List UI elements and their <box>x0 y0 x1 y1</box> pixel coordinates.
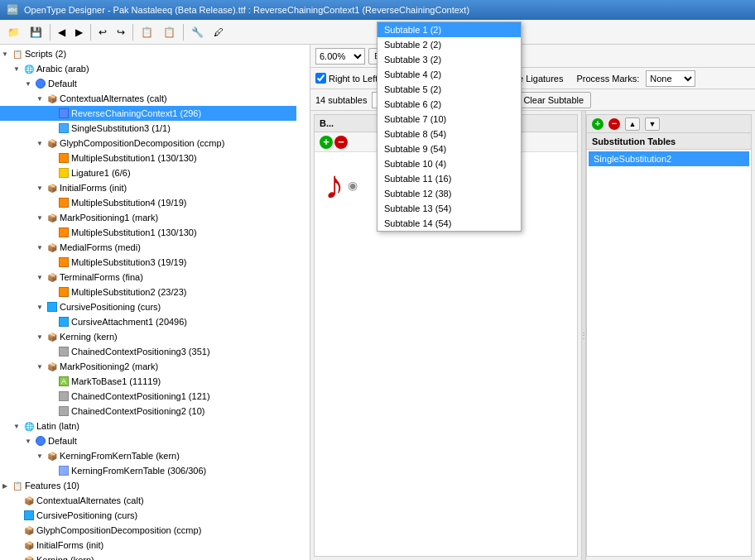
expand-icon[interactable] <box>12 555 22 560</box>
move-down-button[interactable]: ▼ <box>645 117 660 131</box>
tree-item[interactable]: ChainedContextPositioning3 (351) <box>0 344 296 359</box>
expand-icon[interactable]: ▼ <box>35 451 45 461</box>
dropdown-item[interactable]: Subtable 7 (10) <box>378 112 521 127</box>
tree-item[interactable]: MultipleSubstitution1 (130/130) <box>0 225 296 240</box>
remove-subst-button[interactable]: − <box>608 118 620 130</box>
expand-icon[interactable] <box>12 540 22 550</box>
expand-icon[interactable]: ▼ <box>35 213 45 223</box>
dropdown-item[interactable]: Subtable 4 (2) <box>378 67 521 82</box>
dropdown-item[interactable]: Subtable 8 (54) <box>378 127 521 141</box>
dropdown-item[interactable]: Subtable 12 (38) <box>378 186 521 201</box>
expand-icon[interactable] <box>46 227 56 237</box>
move-up-button[interactable]: ▲ <box>625 117 640 131</box>
right-to-left-label[interactable]: Right to Left <box>315 73 378 84</box>
expand-icon[interactable]: ▼ <box>35 332 45 342</box>
tree-item[interactable]: SingleSubstitution3 (1/1) <box>0 121 296 136</box>
tree-item[interactable]: MultipleSubstitution3 (19/19) <box>0 255 296 270</box>
tree-item[interactable]: ▼ 📋 Scripts (2) <box>0 46 296 61</box>
tree-item[interactable]: MultipleSubstitution1 (130/130) <box>0 151 296 165</box>
tree-item[interactable]: ▼ 🌐 Arabic (arab) <box>0 61 296 76</box>
expand-icon[interactable]: ▼ <box>0 49 10 59</box>
tree-item[interactable]: 📦 GlyphCompositionDecomposition (ccmp) <box>0 523 296 538</box>
tree-item[interactable]: ▼ 📦 MedialForms (medi) <box>0 240 296 255</box>
expand-icon[interactable]: ▼ <box>23 79 33 89</box>
expand-icon[interactable]: ▼ <box>12 64 22 74</box>
expand-icon[interactable] <box>46 108 56 118</box>
add-button[interactable]: + <box>320 136 333 149</box>
expand-icon[interactable] <box>46 317 56 327</box>
tree-item[interactable]: ▼ 📦 MarkPositioning1 (mark) <box>0 210 296 225</box>
toolbar-settings[interactable]: 🔧 <box>187 24 208 41</box>
clear-subtable-button[interactable]: Clear Subtable <box>516 92 591 108</box>
tree-item[interactable]: ▼ 📦 TerminalForms (fina) <box>0 270 296 285</box>
toolbar-redo[interactable]: ↪ <box>113 24 129 41</box>
toolbar-wand[interactable]: 🖊 <box>209 24 228 41</box>
dropdown-item[interactable]: Subtable 5 (2) <box>378 82 521 97</box>
expand-icon[interactable]: ▼ <box>35 93 45 103</box>
dropdown-item[interactable]: Subtable 6 (2) <box>378 97 521 112</box>
toolbar-new[interactable]: 📁 <box>3 24 24 41</box>
zoom-select[interactable]: 6.00% 12.00% 25% 50% 100% <box>315 48 365 65</box>
expand-icon[interactable] <box>46 287 56 297</box>
dropdown-item[interactable]: Subtable 10 (4) <box>378 156 521 171</box>
tree-item[interactable]: ▼ 📦 KerningFromKernTable (kern) <box>0 448 296 463</box>
toolbar-copy[interactable]: 📋 <box>137 24 157 41</box>
expand-icon[interactable] <box>46 257 56 267</box>
tree-item[interactable]: ▼ 📦 InitialForms (init) <box>0 180 296 195</box>
tree-item[interactable]: 📦 Kerning (kern) <box>0 553 296 560</box>
tree-item[interactable]: ▼ 📦 ContextualAlternates (calt) <box>0 91 296 106</box>
tree-item[interactable]: ReverseChainingContext1 (296) <box>0 106 296 121</box>
toolbar-back[interactable]: ◀ <box>54 24 70 41</box>
expand-icon[interactable]: ▼ <box>35 242 45 252</box>
expand-icon[interactable] <box>46 347 56 357</box>
tree-item[interactable]: CursiveAttachment1 (20496) <box>0 314 296 329</box>
expand-icon[interactable] <box>46 406 56 416</box>
expand-icon[interactable]: ▶ <box>0 481 10 491</box>
expand-icon[interactable] <box>12 495 22 505</box>
expand-icon[interactable] <box>46 376 56 386</box>
expand-icon[interactable]: ▼ <box>35 361 45 371</box>
process-marks-select[interactable]: None All Mark Filter Set <box>646 70 695 87</box>
tree-item[interactable]: CursivePositioning (curs) <box>0 508 296 523</box>
dropdown-item[interactable]: Subtable 3 (2) <box>378 52 521 67</box>
dropdown-item[interactable]: Subtable 9 (54) <box>378 141 521 156</box>
tree-item[interactable]: 📦 ContextualAlternates (calt) <box>0 493 296 508</box>
tree-item[interactable]: ▼ Default <box>0 433 296 448</box>
remove-button[interactable]: − <box>334 136 348 149</box>
expand-icon[interactable]: ▼ <box>35 183 45 193</box>
toolbar-forward[interactable]: ▶ <box>71 24 87 41</box>
toolbar-refresh[interactable]: ↩ <box>94 24 111 41</box>
expand-icon[interactable] <box>46 168 56 178</box>
dropdown-item[interactable]: Subtable 13 (54) <box>378 201 521 216</box>
toolbar-save[interactable]: 💾 <box>26 24 46 41</box>
tree-item[interactable]: ▼ 📦 Kerning (kern) <box>0 329 296 344</box>
expand-icon[interactable] <box>46 153 56 163</box>
right-to-left-checkbox[interactable] <box>315 73 326 84</box>
expand-icon[interactable] <box>12 525 22 535</box>
dropdown-item[interactable]: Subtable 2 (2) <box>378 45 521 52</box>
tree-item[interactable]: KerningFromKernTable (306/306) <box>0 463 296 478</box>
tree-item[interactable]: ▼ 🌐 Latin (latn) <box>0 419 296 433</box>
expand-icon[interactable]: ▼ <box>35 138 45 148</box>
expand-icon[interactable]: ▼ <box>23 436 33 446</box>
tree-item[interactable]: 📦 InitialForms (init) <box>0 538 296 553</box>
tree-item[interactable]: ▼ 📦 MarkPositioning2 (mark) <box>0 359 296 374</box>
tree-item[interactable]: ChainedContextPositioning2 (10) <box>0 404 296 419</box>
tree-item[interactable]: ▼ 📦 GlyphCompositionDecomposition (ccmp) <box>0 136 296 151</box>
toolbar-paste[interactable]: 📋 <box>159 24 180 41</box>
tree-item[interactable]: ChainedContextPositioning1 (121) <box>0 389 296 404</box>
tree-item[interactable]: MultipleSubstitution2 (23/23) <box>0 285 296 299</box>
tree-item[interactable]: ▶ 📋 Features (10) <box>0 478 296 493</box>
expand-icon[interactable] <box>12 510 22 520</box>
expand-icon[interactable] <box>46 391 56 401</box>
dropdown-item[interactable]: Subtable 11 (16) <box>378 171 521 186</box>
expand-icon[interactable]: ▼ <box>35 272 45 282</box>
expand-icon[interactable]: ▼ <box>35 302 45 312</box>
expand-icon[interactable] <box>46 466 56 476</box>
substitution-table-item[interactable]: SingleSubstitution2 <box>589 151 749 166</box>
dropdown-item[interactable]: Subtable 14 (54) <box>378 216 521 231</box>
tree-item[interactable]: Ligature1 (6/6) <box>0 165 296 180</box>
tree-item[interactable]: A MarkToBase1 (11119) <box>0 374 296 389</box>
tree-item[interactable]: MultipleSubstitution4 (19/19) <box>0 195 296 210</box>
expand-icon[interactable]: ▼ <box>12 421 22 431</box>
